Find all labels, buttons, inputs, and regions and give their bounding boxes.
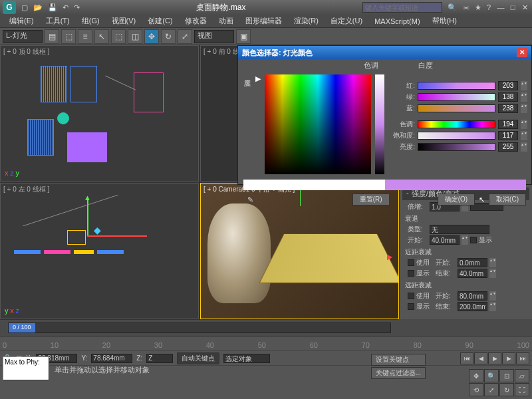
menu-anim[interactable]: 动画 <box>213 15 239 27</box>
pivot-icon[interactable]: ▣ <box>236 29 251 44</box>
list-icon[interactable]: ≡ <box>78 29 92 44</box>
far-show-checkbox[interactable] <box>408 303 414 310</box>
maximize-icon[interactable]: □ <box>508 3 517 12</box>
open-icon[interactable]: 📂 <box>33 3 43 12</box>
show-checkbox[interactable] <box>470 237 477 243</box>
menu-modifier[interactable]: 修改器 <box>180 15 212 27</box>
select-region-icon[interactable]: ⬚ <box>111 29 126 44</box>
near-show-checkbox[interactable] <box>408 270 414 277</box>
move-icon[interactable]: ✥ <box>144 29 159 44</box>
auto-key-button[interactable]: 自动关键点 <box>177 352 219 364</box>
menu-graph[interactable]: 图形编辑器 <box>240 15 287 27</box>
sat-spinner[interactable]: ▲▼ <box>521 131 527 140</box>
val-spinner[interactable]: ▲▼ <box>521 142 527 152</box>
scale-icon[interactable]: ⤢ <box>178 29 192 44</box>
search-input[interactable] <box>362 2 442 13</box>
menu-tools[interactable]: 工具(T) <box>41 15 75 27</box>
pan-icon[interactable]: ✥ <box>469 369 483 382</box>
zoom-icon[interactable]: 🔍 <box>484 369 499 382</box>
goto-start-icon[interactable]: ⏮ <box>460 352 473 364</box>
red-slider[interactable] <box>418 82 495 90</box>
dialog-titlebar[interactable]: 颜色选择器: 灯光颜色 ✕ <box>238 46 531 59</box>
select-icon[interactable]: ↖ <box>94 29 109 44</box>
green-slider[interactable] <box>418 93 495 101</box>
reset-button[interactable]: 重置(R) <box>352 194 390 205</box>
red-spinner[interactable]: ▲▼ <box>521 81 527 90</box>
menu-help[interactable]: 帮助(H) <box>427 15 462 27</box>
close-icon[interactable]: ✕ <box>520 3 529 12</box>
menu-create[interactable]: 创建(C) <box>142 15 178 27</box>
set-key-button[interactable]: 设置关键点 <box>371 354 426 366</box>
far-use-checkbox[interactable] <box>408 293 414 299</box>
near-start-input[interactable] <box>458 258 487 267</box>
binoculars-icon[interactable]: 🔍 <box>448 3 457 12</box>
menu-edit[interactable]: 编辑(E) <box>4 15 39 27</box>
next-frame-icon[interactable]: ▶ <box>502 352 515 364</box>
decay-start-input[interactable] <box>430 235 460 245</box>
prev-frame-icon[interactable]: ◀ <box>474 352 487 364</box>
layer-manager-icon[interactable]: ▤ <box>45 29 59 44</box>
refcoord-dropdown[interactable]: 视图 <box>194 30 234 43</box>
help-icon[interactable]: ? <box>487 3 491 12</box>
hue-value[interactable]: 194 <box>498 120 518 129</box>
green-value[interactable]: 138 <box>498 92 518 102</box>
new-icon[interactable]: ▢ <box>21 3 28 12</box>
blue-spinner[interactable]: ▲▼ <box>521 104 527 113</box>
link-icon[interactable]: ⫘ <box>462 3 469 12</box>
star-icon[interactable]: ★ <box>475 3 481 12</box>
blue-value[interactable]: 238 <box>498 104 518 113</box>
blue-slider[interactable] <box>418 104 495 112</box>
play-icon[interactable]: ▶ <box>488 352 501 364</box>
viewport-left[interactable]: [ + 0 左 0 线框 ] ▲ ◆ y x z <box>0 183 199 319</box>
rotate-icon[interactable]: ↻ <box>161 29 176 44</box>
orbit-icon[interactable]: ⟲ <box>469 383 483 396</box>
val-value[interactable]: 255 <box>498 142 518 152</box>
far-end-input[interactable] <box>458 302 487 311</box>
val-slider[interactable] <box>418 143 495 151</box>
key-filters-button[interactable]: 关键点过滤器... <box>371 367 426 379</box>
playback-controls: ⏮ ◀ ▶ ▶ ⏭ <box>460 352 529 364</box>
sat-value[interactable]: 117 <box>498 131 518 140</box>
hue-slider[interactable] <box>418 120 495 128</box>
dialog-close-icon[interactable]: ✕ <box>517 48 527 57</box>
maximize-vp-icon[interactable]: ⛶ <box>515 383 529 396</box>
decay-type-dropdown[interactable]: 无 <box>430 225 489 234</box>
redo-icon[interactable]: ↷ <box>74 3 80 12</box>
viewport-top[interactable]: [ + 0 顶 0 线框 ] x z y <box>0 45 199 182</box>
near-use-checkbox[interactable] <box>408 259 414 266</box>
goto-end-icon[interactable]: ⏭ <box>516 352 529 364</box>
cancel-button[interactable]: 取消(C) <box>489 194 526 205</box>
dolly-icon[interactable]: ⤢ <box>484 383 499 396</box>
time-slider[interactable]: 0 / 100 <box>8 323 391 333</box>
menu-view[interactable]: 视图(V) <box>106 15 142 27</box>
hue-spinner[interactable]: ▲▼ <box>521 120 527 129</box>
menu-custom[interactable]: 自定义(U) <box>325 15 368 27</box>
menu-group[interactable]: 组(G) <box>76 15 105 27</box>
undo-icon[interactable]: ↶ <box>63 3 68 12</box>
coord-z-input[interactable] <box>146 354 173 363</box>
near-end-input[interactable] <box>458 269 487 278</box>
whiteness-strip[interactable] <box>375 74 384 174</box>
sat-slider[interactable] <box>418 132 495 140</box>
fov-icon[interactable]: ▱ <box>515 369 529 382</box>
menu-script[interactable]: MAXScript(M) <box>369 16 425 27</box>
key-target-dropdown[interactable]: 选定对象 <box>223 354 270 363</box>
layer-dropdown[interactable]: L-灯光 <box>3 30 43 43</box>
eyedropper-icon[interactable]: ✎ <box>247 196 253 204</box>
time-marker[interactable]: 0 / 100 <box>9 323 35 332</box>
minimize-icon[interactable]: — <box>496 3 505 12</box>
select-all-icon[interactable]: ⬚ <box>61 29 76 44</box>
color-spectrum[interactable] <box>265 74 371 174</box>
roll-icon[interactable]: ↻ <box>499 383 514 396</box>
script-listener[interactable]: Max to Phy: <box>3 356 49 380</box>
save-icon[interactable]: 💾 <box>48 3 57 12</box>
menu-render[interactable]: 渲染(R) <box>289 15 324 27</box>
red-value[interactable]: 203 <box>498 81 518 90</box>
coord-y-input[interactable] <box>91 354 132 363</box>
ok-button[interactable]: 确定(O) <box>438 194 475 205</box>
green-spinner[interactable]: ▲▼ <box>521 92 527 102</box>
zoom-extents-icon[interactable]: ⊡ <box>499 369 514 382</box>
window-crossing-icon[interactable]: ◫ <box>128 29 142 44</box>
far-start-input[interactable] <box>458 291 487 301</box>
timeline[interactable]: 0 / 100 <box>0 319 399 336</box>
